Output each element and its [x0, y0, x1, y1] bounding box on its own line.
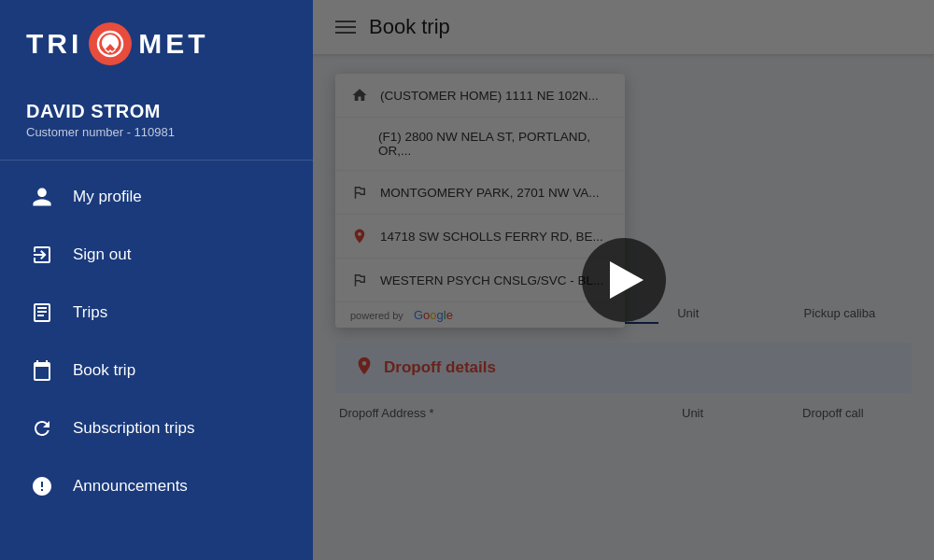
main-content: Book trip (CUSTOMER HOME) 1111 NE 102N..…	[313, 0, 934, 560]
sidebar-item-book-trip[interactable]: Book trip	[0, 342, 313, 399]
user-name: DAVID STROM	[26, 101, 287, 122]
sidebar-item-my-profile-label: My profile	[73, 188, 142, 206]
user-section: DAVID STROM Customer number - 110981	[0, 84, 313, 161]
exit-icon	[30, 243, 54, 267]
logo-emblem	[89, 22, 132, 65]
logo-suffix: MET	[138, 28, 208, 60]
sidebar-item-subscription-trips[interactable]: Subscription trips	[0, 399, 313, 457]
person-icon	[30, 185, 54, 209]
video-overlay[interactable]	[313, 0, 934, 560]
sidebar-item-sign-out-label: Sign out	[73, 245, 131, 264]
logo-area: TRI MET	[0, 0, 313, 84]
sidebar-item-trips-label: Trips	[73, 303, 107, 322]
logo: TRI MET	[26, 22, 209, 65]
logo-prefix: TRI	[26, 28, 82, 60]
refresh-icon	[30, 416, 54, 441]
alert-icon	[30, 474, 54, 498]
play-triangle-icon	[610, 261, 644, 299]
sidebar-item-sign-out[interactable]: Sign out	[0, 226, 313, 284]
nav-menu: My profile Sign out Trips Book trip	[0, 161, 313, 560]
sidebar-item-trips[interactable]: Trips	[0, 284, 313, 342]
trimet-emblem-icon	[96, 30, 124, 58]
customer-number: Customer number - 110981	[26, 125, 287, 139]
sidebar-item-announcements-label: Announcements	[73, 477, 188, 496]
sidebar-item-announcements[interactable]: Announcements	[0, 457, 313, 515]
calendar-icon	[30, 358, 54, 383]
sidebar: TRI MET DAVID STROM Customer number - 11…	[0, 0, 313, 560]
sidebar-item-subscription-trips-label: Subscription trips	[73, 419, 194, 438]
book-icon	[30, 301, 54, 325]
sidebar-item-book-trip-label: Book trip	[73, 361, 135, 380]
play-button[interactable]	[582, 238, 666, 322]
sidebar-item-my-profile[interactable]: My profile	[0, 168, 313, 226]
